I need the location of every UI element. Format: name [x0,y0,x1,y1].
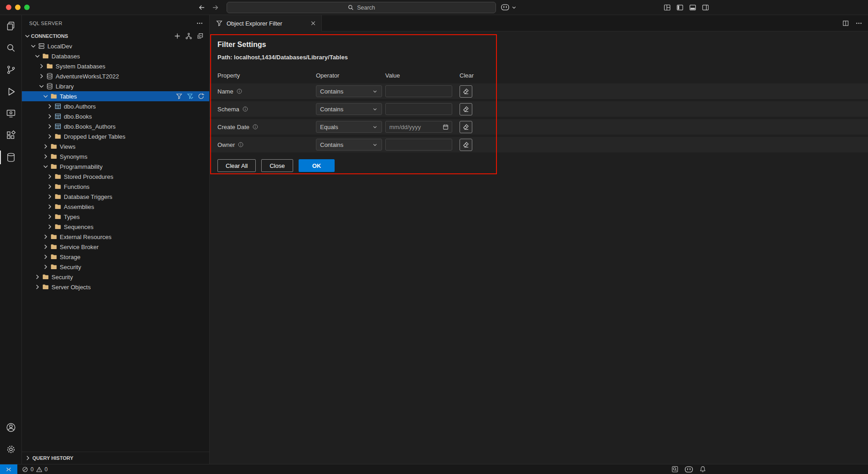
chevron-right-icon[interactable] [42,253,49,260]
clear-filter-button[interactable] [460,103,472,115]
window-close-button[interactable] [6,5,11,10]
activity-bar-explorer[interactable] [0,15,21,37]
tree-item-adventureworkslt2022[interactable]: AdventureWorksLT2022 [22,71,209,81]
tree-item-dbo-books-authors[interactable]: dbo.Books_Authors [22,121,209,131]
split-editor-icon[interactable] [842,20,849,27]
toggle-panel-bottom-icon[interactable] [689,4,697,11]
chevron-right-icon[interactable] [46,133,53,140]
tree-item-programmability[interactable]: Programmability [22,161,209,172]
tree-item-localdev[interactable]: LocalDev [22,41,209,51]
tree-item-tables[interactable]: Tables [22,91,209,101]
operator-dropdown[interactable]: Contains [316,103,382,115]
copilot-status-icon[interactable] [685,466,693,473]
chevron-right-icon[interactable] [46,123,53,130]
toggle-panel-right-icon[interactable] [702,4,709,11]
close-button[interactable]: Close [261,159,293,172]
tree-item-dropped-ledger-tables[interactable]: Dropped Ledger Tables [22,131,209,141]
clear-filter-button[interactable] [460,121,472,133]
tree-item-dbo-authors[interactable]: dbo.Authors [22,101,209,111]
search-input[interactable]: Search [227,2,496,13]
chevron-right-icon[interactable] [46,193,53,200]
chevron-right-icon[interactable] [38,63,45,70]
tree-item-assemblies[interactable]: Assemblies [22,202,209,212]
clear-filter-button[interactable] [460,139,472,151]
tree-item-storage[interactable]: Storage [22,252,209,262]
chevron-right-icon[interactable] [46,173,53,180]
chevron-right-icon[interactable] [42,263,49,271]
tab-object-explorer-filter[interactable]: Object Explorer Filter [210,15,322,31]
value-input[interactable] [385,85,452,97]
tree-item-library[interactable]: Library [22,81,209,91]
chevron-right-icon[interactable] [46,103,53,110]
chevron-down-icon[interactable] [30,42,37,50]
tree-item-external-resources[interactable]: External Resources [22,232,209,242]
operator-dropdown[interactable]: Equals [316,121,382,133]
chevron-right-icon[interactable] [34,273,41,281]
tree-item-system-databases[interactable]: System Databases [22,61,209,71]
chevron-right-icon[interactable] [42,233,49,240]
chevron-right-icon[interactable] [42,143,49,150]
chevron-right-icon[interactable] [46,213,53,220]
chevron-right-icon[interactable] [38,73,45,80]
customize-layout-icon[interactable] [663,4,671,11]
ok-button[interactable]: OK [299,159,335,172]
tree-item-security[interactable]: Security [22,272,209,282]
problems-indicator[interactable]: 0 0 [22,466,47,473]
activity-bar-sql-server[interactable] [0,146,21,168]
add-connection-icon[interactable] [174,32,181,40]
remote-indicator[interactable] [0,464,17,474]
activity-bar-remote-explorer[interactable] [0,103,21,125]
chevron-down-icon[interactable] [42,93,49,100]
operator-dropdown[interactable]: Contains [316,139,382,151]
more-actions-icon[interactable] [196,20,203,27]
operator-dropdown[interactable]: Contains [316,85,382,97]
chevron-right-icon[interactable] [46,183,53,190]
copilot-menu-button[interactable] [501,4,517,10]
value-input[interactable] [385,103,452,115]
chevron-right-icon[interactable] [46,113,53,120]
window-zoom-button[interactable] [24,5,30,10]
clear-all-button[interactable]: Clear All [217,159,256,172]
forward-arrow-icon[interactable] [212,4,219,11]
activity-bar-search[interactable] [0,37,21,59]
activity-bar-accounts[interactable] [0,417,21,438]
toggle-panel-left-icon[interactable] [676,4,684,11]
chevron-right-icon[interactable] [46,203,53,210]
window-minimize-button[interactable] [15,5,21,10]
tree-item-functions[interactable]: Functions [22,182,209,192]
activity-bar-settings[interactable] [0,438,21,460]
filter-icon[interactable] [176,93,183,100]
tree-item-server-objects[interactable]: Server Objects [22,282,209,292]
tree-item-stored-procedures[interactable]: Stored Procedures [22,172,209,182]
activity-bar-run-debug[interactable] [0,81,21,103]
tree-item-synonyms[interactable]: Synonyms [22,151,209,161]
value-input[interactable] [385,139,452,151]
notifications-bell-icon[interactable] [699,466,706,473]
refresh-icon[interactable] [197,93,205,100]
connections-section-header[interactable]: CONNECTIONS [22,31,209,41]
screencast-zoom-icon[interactable] [672,466,678,473]
activity-bar-source-control[interactable] [0,59,21,81]
more-actions-icon[interactable] [855,20,863,27]
chevron-down-icon[interactable] [42,163,49,170]
chevron-right-icon[interactable] [42,153,49,160]
date-input[interactable]: mm/dd/yyyy [385,121,452,133]
chevron-down-icon[interactable] [34,52,41,60]
tree-item-dbo-books[interactable]: dbo.Books [22,111,209,121]
back-arrow-icon[interactable] [198,4,206,11]
tree-item-types[interactable]: Types [22,212,209,222]
clear-filter-button[interactable] [460,85,472,98]
edit-filter-icon[interactable] [186,93,194,100]
collapse-all-icon[interactable] [196,32,204,40]
chevron-right-icon[interactable] [34,283,41,291]
tree-item-databases[interactable]: Databases [22,51,209,61]
close-tab-icon[interactable] [310,20,317,27]
tree-item-views[interactable]: Views [22,141,209,151]
tree-item-service-broker[interactable]: Service Broker [22,242,209,252]
query-history-section-header[interactable]: QUERY HISTORY [22,452,209,464]
chevron-down-icon[interactable] [38,83,45,90]
chevron-right-icon[interactable] [46,223,53,230]
tree-item-database-triggers[interactable]: Database Triggers [22,192,209,202]
tree-item-sequences[interactable]: Sequences [22,222,209,232]
activity-bar-extensions[interactable] [0,125,21,146]
